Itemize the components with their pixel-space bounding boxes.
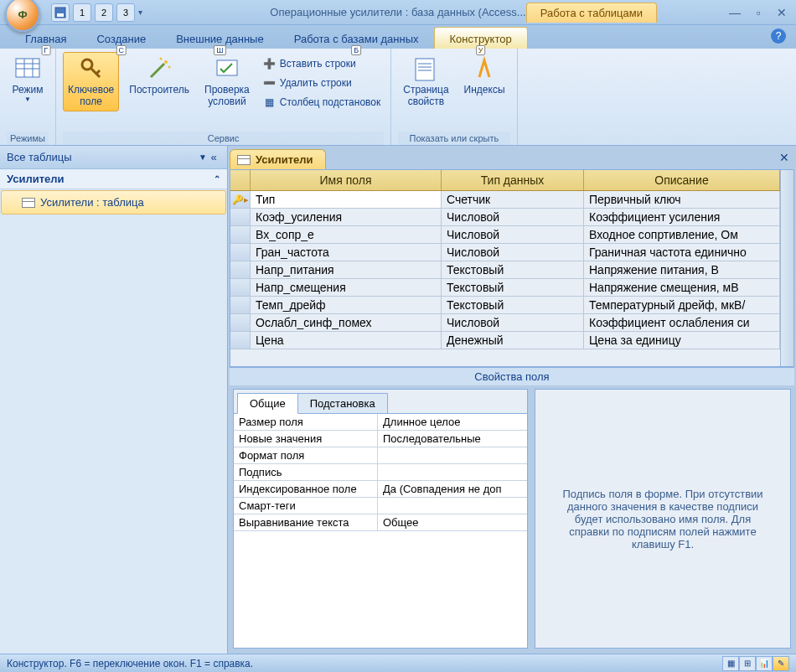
description-cell[interactable]: Напряжение смещения, мВ [584,279,780,296]
qat-save-icon[interactable] [51,3,70,22]
row-selector[interactable] [230,261,251,278]
field-name-cell[interactable]: Гран_частота [251,244,442,261]
grid-row[interactable]: Гран_частотаЧисловойГраничная частота ед… [230,244,780,261]
description-cell[interactable]: Коэффициент усиления [584,209,780,225]
description-cell[interactable]: Первичный ключ [584,191,780,208]
description-cell[interactable]: Цена за единицу [584,332,780,349]
property-value[interactable] [378,498,527,514]
field-name-cell[interactable]: Ослабл_синф_помех [251,314,442,331]
qat-btn-2[interactable]: 2 [95,3,113,22]
nav-group-collapse-icon[interactable]: ⌃ [214,174,220,184]
col-header-type[interactable]: Тип данных [442,170,584,190]
context-tab-tables[interactable]: Работа с таблицами [526,3,657,23]
description-cell[interactable]: Входное сопртивление, Ом [584,226,780,243]
tab-external-data[interactable]: Внешние данныеШ [161,28,279,49]
data-type-cell[interactable]: Числовой [442,209,584,225]
description-cell[interactable]: Напряжение питания, В [584,261,780,278]
grid-row[interactable]: 🔑▸ТипСчетчикПервичный ключ [230,191,780,209]
data-type-cell[interactable]: Текстовый [442,279,584,296]
grid-row[interactable]: Напр_смещенияТекстовыйНапряжение смещени… [230,279,780,297]
delete-rows-button[interactable]: ➖Удалить строки [260,75,384,91]
data-type-cell[interactable]: Числовой [442,314,584,331]
col-header-name[interactable]: Имя поля [251,170,442,190]
property-value[interactable] [378,464,527,480]
field-name-cell[interactable]: Коэф_усиления [251,209,442,225]
row-selector[interactable] [230,279,251,296]
property-value[interactable]: Последовательные [378,431,527,447]
row-selector[interactable] [230,244,251,261]
props-tab-lookup[interactable]: Подстановка [297,393,388,414]
property-row[interactable]: Смарт-теги [234,498,527,514]
nav-group-amplifiers[interactable]: Усилители ⌃ [0,169,227,189]
nav-collapse-icon[interactable]: « [207,151,220,163]
view-chart-button[interactable]: 📊 [756,656,773,671]
data-type-cell[interactable]: Текстовый [442,261,584,278]
doc-tab-amplifiers[interactable]: Усилители [230,149,326,169]
mode-button[interactable]: Режим ▼ [7,52,49,107]
insert-rows-button[interactable]: ➕Вставить строки [260,55,384,72]
help-icon[interactable]: ? [771,28,786,44]
vertical-scrollbar[interactable] [780,170,793,366]
property-row[interactable]: Новые значенияПоследовательные [234,431,527,447]
row-selector[interactable] [230,332,251,349]
data-type-cell[interactable]: Числовой [442,244,584,261]
builder-button[interactable]: Построитель [124,52,194,99]
property-value[interactable]: Да (Совпадения не доп [378,481,527,497]
view-datasheet-button[interactable]: ▦ [722,656,739,671]
row-selector[interactable] [230,209,251,225]
description-cell[interactable]: Коэффициент ослабления си [584,314,780,331]
field-name-cell[interactable]: Темп_дрейф [251,297,442,313]
nav-dropdown-icon[interactable]: ▼ [199,152,207,162]
description-cell[interactable]: Граничная частота единично [584,244,780,261]
grid-row[interactable]: Ослабл_синф_помехЧисловойКоэффициент осл… [230,314,780,332]
col-header-desc[interactable]: Описание [584,170,780,190]
grid-row[interactable]: Темп_дрейфТекстовыйТемпературный дрейф, … [230,297,780,314]
nav-item-amplifiers-table[interactable]: Усилители : таблица [1,190,226,215]
row-selector[interactable] [230,226,251,243]
doc-close-icon[interactable]: ✕ [779,151,789,164]
description-cell[interactable]: Температурный дрейф, мкВ/ [584,297,780,313]
grid-row[interactable]: Вх_сопр_еЧисловойВходное сопртивление, О… [230,226,780,244]
tab-db-tools[interactable]: Работа с базами данныхБ [279,28,434,49]
qat-dropdown-icon[interactable]: ▾ [138,8,142,17]
data-type-cell[interactable]: Счетчик [442,191,584,208]
qat-btn-1[interactable]: 1 [73,3,91,22]
field-name-cell[interactable]: Напр_смещения [251,279,442,296]
row-selector[interactable] [230,314,251,331]
validation-button[interactable]: Проверка условий [199,52,255,111]
data-type-cell[interactable]: Денежный [442,332,584,349]
tab-design[interactable]: КонструкторУ [434,27,528,49]
lookup-column-button[interactable]: ▦Столбец подстановок [260,94,384,111]
view-design-button[interactable]: ✎ [773,656,789,671]
grid-row[interactable]: Напр_питанияТекстовыйНапряжение питания,… [230,261,780,279]
property-row[interactable]: Формат поля [234,447,527,464]
property-row[interactable]: Выравнивание текстаОбщее [234,514,527,531]
view-pivot-button[interactable]: ⊞ [739,656,756,671]
grid-row[interactable]: ЦенаДенежныйЦена за единицу [230,332,780,349]
qat-btn-3[interactable]: 3 [116,3,135,22]
field-name-cell[interactable]: Вх_сопр_е [251,226,442,243]
grid-row[interactable]: Коэф_усиленияЧисловойКоэффициент усилени… [230,209,780,226]
field-name-cell[interactable]: Цена [251,332,442,349]
minimize-button[interactable]: — [727,6,742,19]
nav-header[interactable]: Все таблицы ▼ « [0,146,227,169]
field-name-cell[interactable]: Напр_питания [251,261,442,278]
row-selector[interactable]: 🔑▸ [230,191,251,208]
indexes-button[interactable]: Индексы [459,52,510,99]
close-button[interactable]: ✕ [774,6,789,19]
primary-key-button[interactable]: Ключевое поле [63,52,119,111]
field-name-cell[interactable]: Тип [251,191,442,208]
row-selector[interactable] [230,297,251,313]
property-row[interactable]: Подпись [234,464,527,481]
row-selector-header[interactable] [230,170,251,190]
property-sheet-button[interactable]: Страница свойств [398,52,453,111]
property-value[interactable] [378,447,527,463]
property-value[interactable]: Общее [378,514,527,530]
property-row[interactable]: Индексированное полеДа (Совпадения не до… [234,481,527,498]
data-type-cell[interactable]: Текстовый [442,297,584,313]
restore-button[interactable]: ▫ [751,6,766,19]
data-type-cell[interactable]: Числовой [442,226,584,243]
property-row[interactable]: Размер поляДлинное целое [234,414,527,431]
property-value[interactable]: Длинное целое [378,414,527,430]
props-tab-general[interactable]: Общие [237,393,298,414]
